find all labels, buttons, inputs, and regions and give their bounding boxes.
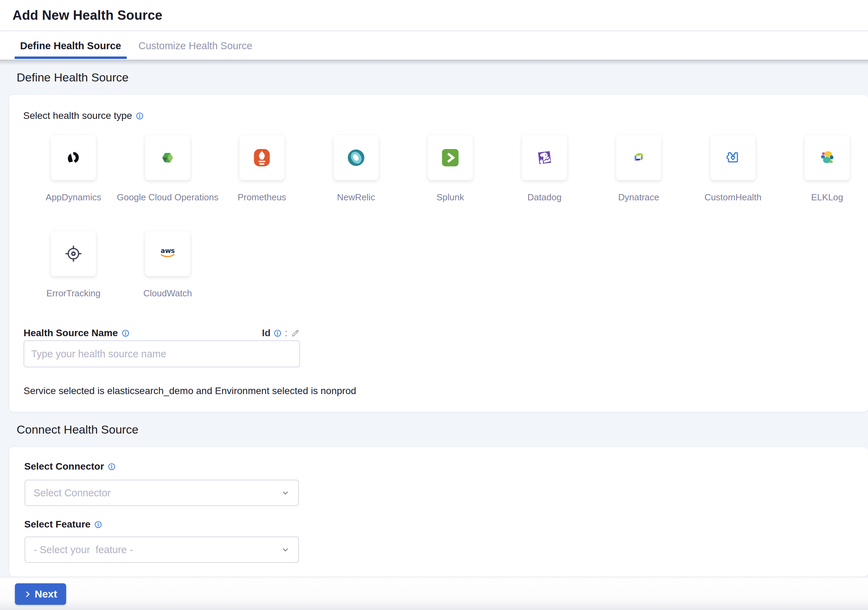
newrelic-icon bbox=[346, 148, 366, 168]
modal-header: Add New Health Source bbox=[0, 0, 868, 31]
info-icon[interactable] bbox=[122, 329, 130, 337]
source-type-cloudwatch[interactable]: aws bbox=[145, 231, 190, 276]
info-icon[interactable] bbox=[136, 112, 144, 120]
feature-select[interactable]: - Select your feature - bbox=[25, 537, 299, 563]
source-type-label-row: Select health source type bbox=[23, 110, 144, 121]
appdynamics-icon bbox=[64, 148, 83, 168]
source-type-cell: Splunk bbox=[403, 135, 498, 203]
tab-label: Customize Health Source bbox=[138, 40, 253, 52]
source-type-cell: Datadog bbox=[498, 135, 592, 203]
elklog-icon bbox=[817, 148, 837, 168]
source-type-cell: CustomHealth bbox=[686, 135, 780, 203]
customhealth-icon bbox=[723, 148, 742, 168]
health-source-name-row: Health Source Name Id : bbox=[23, 328, 300, 338]
modal-body: Define Health Source Select health sourc… bbox=[0, 60, 868, 576]
id-separator: : bbox=[285, 328, 287, 338]
select-feature-label: Select Feature bbox=[24, 519, 90, 530]
next-button[interactable]: Next bbox=[15, 583, 66, 605]
info-icon[interactable] bbox=[94, 521, 102, 529]
svg-text:aws: aws bbox=[161, 247, 175, 255]
service-environment-note: Service selected is elasticsearch_demo a… bbox=[23, 385, 356, 396]
health-source-name-label-group: Health Source Name bbox=[23, 328, 130, 338]
source-type-cell: AppDynamics bbox=[26, 135, 121, 203]
tab-define-health-source[interactable]: Define Health Source bbox=[14, 32, 127, 60]
select-feature-label-row: Select Feature bbox=[24, 519, 102, 530]
source-type-dynatrace[interactable] bbox=[616, 135, 661, 180]
source-type-grid: AppDynamics Google Cloud Operations Prom… bbox=[26, 135, 868, 299]
connector-select[interactable]: Select Connector bbox=[25, 480, 299, 506]
source-type-cell: Prometheus bbox=[215, 135, 309, 203]
source-type-prometheus[interactable] bbox=[239, 135, 284, 180]
source-type-cell: Dynatrace bbox=[592, 135, 686, 203]
source-type-cell: ErrorTracking bbox=[26, 231, 121, 299]
id-label: Id bbox=[262, 328, 271, 338]
id-row: Id : bbox=[262, 328, 300, 338]
feature-select-placeholder: - Select your feature - bbox=[34, 544, 133, 556]
active-tab-underline bbox=[14, 56, 127, 59]
info-icon[interactable] bbox=[274, 329, 282, 337]
info-icon[interactable] bbox=[108, 463, 116, 471]
select-connector-label-row: Select Connector bbox=[24, 461, 116, 472]
next-button-label: Next bbox=[35, 588, 57, 600]
chevron-right-icon bbox=[24, 591, 31, 598]
source-type-errortracking[interactable] bbox=[51, 231, 96, 276]
source-type-google-cloud-operations[interactable] bbox=[145, 135, 190, 180]
chevron-down-icon bbox=[281, 545, 290, 554]
source-type-cell: Google Cloud Operations bbox=[121, 135, 215, 203]
splunk-icon bbox=[440, 148, 460, 168]
source-type-cell: ELKLog bbox=[780, 135, 868, 203]
dynatrace-icon bbox=[629, 148, 648, 168]
datadog-icon bbox=[535, 148, 554, 168]
source-type-label: Select health source type bbox=[23, 110, 132, 121]
select-connector-label: Select Connector bbox=[24, 461, 104, 472]
source-type-cell: NewRelic bbox=[309, 135, 403, 203]
edit-pencil-icon[interactable] bbox=[291, 329, 300, 338]
chevron-down-icon bbox=[281, 488, 290, 497]
prometheus-icon bbox=[252, 148, 271, 168]
connect-section-heading: Connect Health Source bbox=[17, 422, 138, 437]
source-type-newrelic[interactable] bbox=[333, 135, 378, 180]
errortracking-icon bbox=[64, 244, 83, 264]
source-type-elklog[interactable] bbox=[804, 135, 849, 180]
footer-bar: Next bbox=[0, 576, 868, 610]
connect-health-source-card: Select Connector Select Connector Select… bbox=[9, 447, 868, 576]
add-health-source-modal: Add New Health Source Define Health Sour… bbox=[0, 0, 868, 610]
google-cloud-operations-icon bbox=[158, 148, 177, 168]
health-source-name-input[interactable] bbox=[23, 340, 300, 367]
source-type-splunk[interactable] bbox=[428, 135, 473, 180]
connector-select-placeholder: Select Connector bbox=[34, 487, 110, 499]
cloudwatch-icon: aws bbox=[158, 244, 177, 264]
modal-title: Add New Health Source bbox=[12, 8, 163, 23]
tab-bar: Define Health Source Customize Health So… bbox=[0, 32, 868, 60]
tab-customize-health-source[interactable]: Customize Health Source bbox=[133, 32, 258, 60]
source-type-datadog[interactable] bbox=[522, 135, 567, 180]
source-type-appdynamics[interactable] bbox=[51, 135, 96, 180]
tab-label: Define Health Source bbox=[20, 40, 121, 52]
source-type-cell: aws CloudWatch bbox=[121, 231, 215, 299]
define-health-source-card: Select health source type AppDynamics Go… bbox=[9, 95, 868, 412]
source-type-customhealth[interactable] bbox=[710, 135, 755, 180]
define-section-heading: Define Health Source bbox=[17, 70, 129, 85]
health-source-name-label: Health Source Name bbox=[23, 328, 118, 338]
